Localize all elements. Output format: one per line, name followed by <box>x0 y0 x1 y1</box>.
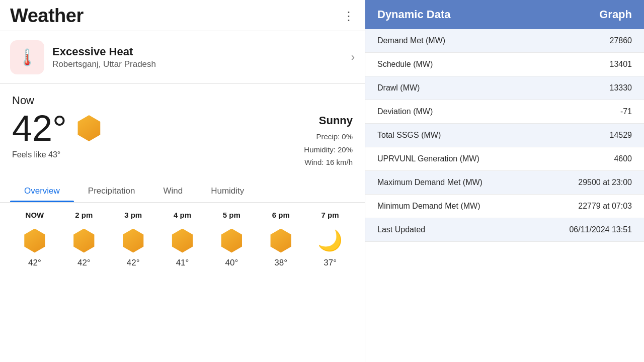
temperature: 42° <box>12 110 67 146</box>
table-row: Demand Met (MW)27860 <box>365 29 644 53</box>
row-label: Demand Met (MW) <box>377 36 610 45</box>
row-value: 22779 at 07:03 <box>578 202 632 211</box>
weather-details: Sunny Precip: 0% Humidity: 20% Wind: 16 … <box>304 110 353 169</box>
alert-title: Excessive Heat <box>52 45 343 58</box>
row-value: 29500 at 23:00 <box>578 178 632 187</box>
table-row: Schedule (MW)13401 <box>365 53 644 76</box>
hour-time-2: 3 pm <box>109 211 158 220</box>
hour-icon-col-2 <box>109 229 158 253</box>
alert-location: Robertsganj, Uttar Pradesh <box>52 59 343 69</box>
alert-row[interactable]: 🌡️ Excessive Heat Robertsganj, Uttar Pra… <box>0 31 365 84</box>
row-label: Deviation (MW) <box>377 107 620 116</box>
row-value: 14529 <box>610 131 632 140</box>
table-row: Last Updated06/11/2024 13:51 <box>365 218 644 242</box>
table-row: UPRVUNL Generation (MW)4600 <box>365 147 644 171</box>
hour-time-3: 4 pm <box>158 211 207 220</box>
wind-detail: Wind: 16 km/h <box>304 156 353 169</box>
table-row: Drawl (MW)13330 <box>365 76 644 100</box>
small-sun-icon <box>269 229 293 253</box>
hour-label-6: 7 pm <box>321 211 339 219</box>
small-sun-icon <box>219 229 244 253</box>
now-section: Now 42° Feels like 43° Sunny Precip: 0% … <box>0 84 365 174</box>
hour-temp-5: 38° <box>256 258 305 268</box>
hour-label-1: 2 pm <box>75 211 93 219</box>
tab-wind[interactable]: Wind <box>149 181 197 202</box>
humidity-detail: Humidity: 20% <box>304 143 353 156</box>
alert-icon-box: 🌡️ <box>10 40 44 74</box>
hour-temp-3: 41° <box>158 258 207 268</box>
left-panel: Weather ⋮ 🌡️ Excessive Heat Robertsganj,… <box>0 0 365 362</box>
small-sun-icon <box>121 229 145 253</box>
table-row: Deviation (MW)-71 <box>365 100 644 124</box>
tabs-row: Overview Precipitation Wind Humidity <box>10 181 355 202</box>
moon-icon: 🌙 <box>317 229 343 252</box>
feels-like: Feels like 43° <box>12 150 105 159</box>
sun-icon <box>73 112 105 144</box>
row-value: 4600 <box>614 154 632 163</box>
hour-time-5: 6 pm <box>256 211 305 220</box>
hour-icon-col-3 <box>158 229 207 253</box>
menu-icon[interactable]: ⋮ <box>343 9 355 23</box>
row-value: 27860 <box>610 36 632 45</box>
table-body: Demand Met (MW)27860Schedule (MW)13401Dr… <box>365 29 644 242</box>
hourly-icons: 🌙 <box>10 229 355 253</box>
hour-temp-4: 40° <box>207 258 256 268</box>
hourly-section: NOW2 pm3 pm4 pm5 pm6 pm7 pm 🌙 42°42°42°4… <box>0 203 365 273</box>
table-row: Minimum Demand Met (MW)22779 at 07:03 <box>365 195 644 218</box>
hour-label-0: NOW <box>26 211 44 219</box>
row-label: Minimum Demand Met (MW) <box>377 202 578 211</box>
condition: Sunny <box>304 114 353 127</box>
hour-temp-6: 37° <box>305 258 355 268</box>
temp-main: 42° <box>12 110 105 146</box>
table-header: Dynamic Data Graph <box>365 0 644 29</box>
hour-time-6: 7 pm <box>305 211 355 220</box>
row-value: 13401 <box>610 60 632 69</box>
now-label: Now <box>12 94 353 107</box>
tabs-section: Overview Precipitation Wind Humidity <box>0 181 365 203</box>
hourly-temps: 42°42°42°41°40°38°37° <box>10 258 355 268</box>
hour-time-1: 2 pm <box>59 211 109 220</box>
row-label: Total SSGS (MW) <box>377 131 610 140</box>
row-value: 13330 <box>610 83 632 93</box>
row-label: Maximum Demand Met (MW) <box>377 178 578 187</box>
hour-temp-0: 42° <box>10 258 59 268</box>
tab-humidity[interactable]: Humidity <box>197 181 258 202</box>
row-label: UPRVUNL Generation (MW) <box>377 154 614 163</box>
hour-icon-col-1 <box>59 229 109 253</box>
tab-overview[interactable]: Overview <box>10 181 74 202</box>
hour-label-5: 6 pm <box>272 211 290 219</box>
thermometer-icon: 🌡️ <box>17 48 37 67</box>
hour-time-0: NOW <box>10 211 59 220</box>
hour-icon-col-4 <box>207 229 256 253</box>
hour-label-3: 4 pm <box>174 211 191 219</box>
row-label: Last Updated <box>377 225 569 234</box>
hourly-times: NOW2 pm3 pm4 pm5 pm6 pm7 pm <box>10 211 355 220</box>
chevron-right-icon: › <box>351 51 355 64</box>
hour-label-2: 3 pm <box>124 211 142 219</box>
table-row: Total SSGS (MW)14529 <box>365 124 644 147</box>
hour-icon-col-5 <box>256 229 305 253</box>
alert-text: Excessive Heat Robertsganj, Uttar Prades… <box>52 45 343 69</box>
precip: Precip: 0% <box>304 130 353 143</box>
small-sun-icon <box>23 229 47 253</box>
hour-time-4: 5 pm <box>207 211 256 220</box>
table-header-col1: Dynamic Data <box>377 8 599 21</box>
page-title: Weather <box>10 5 84 27</box>
right-panel: Dynamic Data Graph Demand Met (MW)27860S… <box>365 0 644 362</box>
row-label: Schedule (MW) <box>377 60 610 69</box>
hour-label-4: 5 pm <box>223 211 240 219</box>
tab-precipitation[interactable]: Precipitation <box>74 181 149 202</box>
table-row: Maximum Demand Met (MW)29500 at 23:00 <box>365 171 644 195</box>
hour-icon-col-0 <box>10 229 59 253</box>
row-value: -71 <box>620 107 632 116</box>
table-header-col2: Graph <box>599 8 632 21</box>
header: Weather ⋮ <box>0 0 365 31</box>
hour-icon-col-6: 🌙 <box>305 229 355 253</box>
hour-temp-2: 42° <box>109 258 158 268</box>
hour-temp-1: 42° <box>59 258 109 268</box>
small-sun-icon <box>171 229 195 253</box>
row-label: Drawl (MW) <box>377 83 610 93</box>
small-sun-icon <box>72 229 96 253</box>
row-value: 06/11/2024 13:51 <box>569 225 632 234</box>
